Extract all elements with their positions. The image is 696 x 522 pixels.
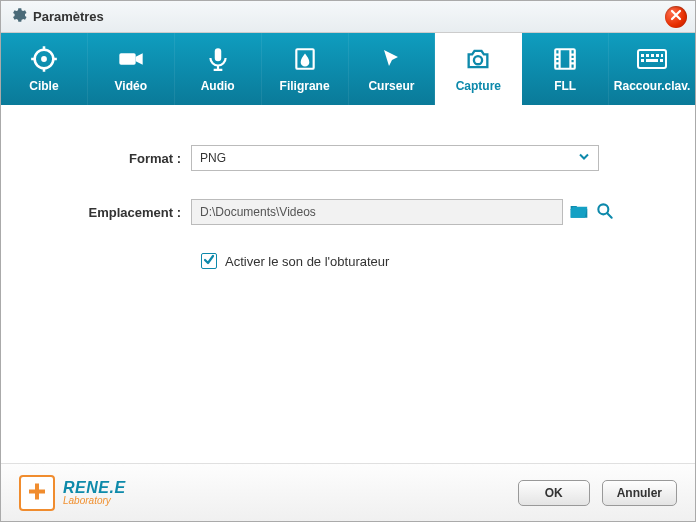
chevron-down-icon (578, 151, 590, 166)
watermark-icon (292, 46, 318, 75)
location-input[interactable]: D:\Documents\Videos (191, 199, 563, 225)
tab-watermark[interactable]: Filigrane (262, 33, 349, 105)
shutter-sound-label: Activer le son de l'obturateur (225, 254, 389, 269)
target-icon (30, 45, 58, 76)
cancel-button[interactable]: Annuler (602, 480, 677, 506)
tab-fll[interactable]: FLL (522, 33, 609, 105)
tab-audio[interactable]: Audio (175, 33, 262, 105)
cursor-icon (379, 47, 403, 74)
ok-label: OK (545, 486, 563, 500)
ok-button[interactable]: OK (518, 480, 590, 506)
svg-rect-11 (656, 54, 659, 57)
svg-rect-10 (651, 54, 654, 57)
tab-capture[interactable]: Capture (435, 33, 522, 105)
settings-window: Paramètres Cible Vidéo Audio Filigrane C… (0, 0, 696, 522)
svg-rect-13 (641, 59, 644, 62)
location-label: Emplacement : (51, 205, 191, 220)
footer: RENE.E Laboratory OK Annuler (1, 463, 695, 521)
tab-label: Vidéo (115, 79, 147, 93)
tab-label: Audio (201, 79, 235, 93)
titlebar: Paramètres (1, 1, 695, 33)
tab-label: Capture (456, 79, 501, 93)
tab-cursor[interactable]: Curseur (349, 33, 436, 105)
tab-shortcuts[interactable]: Raccour.clav. (609, 33, 695, 105)
format-row: Format : PNG (51, 145, 645, 171)
shutter-sound-checkbox[interactable] (201, 253, 217, 269)
location-value: D:\Documents\Videos (200, 205, 316, 219)
folder-icon (569, 209, 589, 223)
tab-label: Filigrane (280, 79, 330, 93)
svg-rect-15 (660, 59, 663, 62)
brand-name: RENE.E (63, 480, 126, 496)
tab-bar: Cible Vidéo Audio Filigrane Curseur Capt… (1, 33, 695, 105)
tab-target[interactable]: Cible (1, 33, 88, 105)
browse-folder-button[interactable] (569, 202, 589, 223)
tab-label: FLL (554, 79, 576, 93)
tab-label: Cible (29, 79, 58, 93)
search-location-button[interactable] (595, 201, 615, 224)
gear-icon (9, 6, 27, 27)
search-icon (595, 210, 615, 224)
format-label: Format : (51, 151, 191, 166)
svg-rect-9 (646, 54, 649, 57)
keyboard-icon (637, 48, 667, 73)
svg-rect-2 (119, 53, 135, 65)
shutter-sound-row: Activer le son de l'obturateur (201, 253, 645, 269)
format-select[interactable]: PNG (191, 145, 599, 171)
svg-rect-14 (646, 59, 658, 62)
brand-sub: Laboratory (63, 496, 126, 506)
svg-point-1 (41, 56, 47, 62)
camera-icon (464, 45, 492, 76)
svg-rect-8 (641, 54, 644, 57)
tab-video[interactable]: Vidéo (88, 33, 175, 105)
window-title: Paramètres (33, 9, 104, 24)
cancel-label: Annuler (617, 486, 662, 500)
svg-rect-3 (214, 48, 221, 61)
brand-logo: RENE.E Laboratory (19, 475, 126, 511)
content-panel: Format : PNG Emplacement : D:\Documents\… (1, 105, 695, 463)
logo-icon (19, 475, 55, 511)
close-button[interactable] (665, 6, 687, 28)
video-icon (117, 45, 145, 76)
tab-label: Curseur (368, 79, 414, 93)
svg-point-5 (474, 56, 482, 64)
tab-label: Raccour.clav. (614, 79, 691, 93)
format-value: PNG (200, 151, 226, 165)
microphone-icon (205, 46, 231, 75)
svg-rect-12 (661, 54, 663, 57)
close-icon (670, 9, 682, 24)
check-icon (203, 254, 215, 269)
film-icon (552, 46, 578, 75)
location-row: Emplacement : D:\Documents\Videos (51, 199, 645, 225)
